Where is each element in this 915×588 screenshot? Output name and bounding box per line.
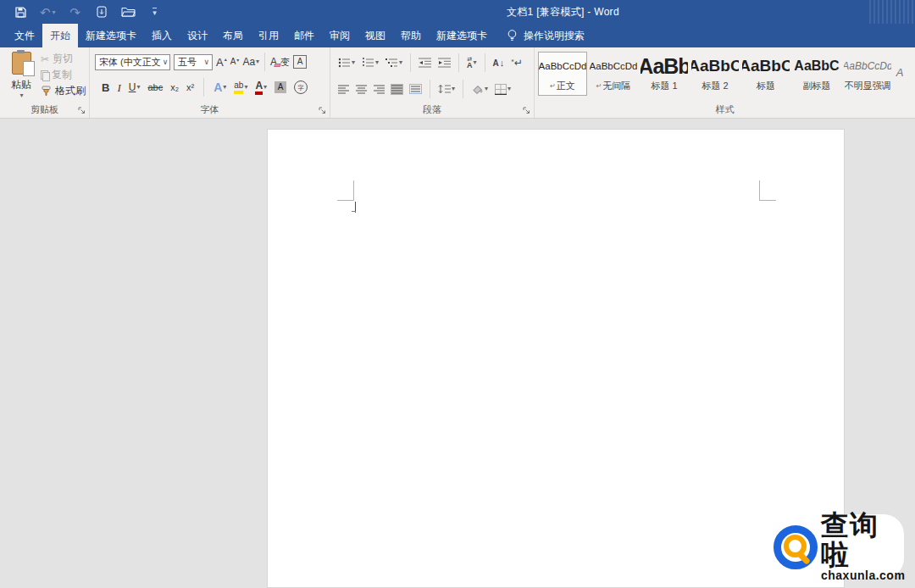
paste-button[interactable]: 粘贴 ▾ xyxy=(5,52,37,103)
font-row-2: B I U ▾ abc x₂ x² A ▾ ab ▾ xyxy=(102,78,330,97)
font-name-combo[interactable]: 宋体 (中文正文 ∨ xyxy=(95,54,170,70)
tab-new-tab-1[interactable]: 新建选项卡 xyxy=(78,24,144,47)
highlight-button[interactable]: ab ▾ xyxy=(234,81,247,94)
bold-button[interactable]: B xyxy=(102,82,109,93)
grow-font-button[interactable]: A ▴ xyxy=(216,57,227,68)
style-normal[interactable]: AaBbCcDd ↵正文 xyxy=(538,52,587,96)
style-title[interactable]: AaBbC 标题 xyxy=(741,52,790,96)
tab-mailings[interactable]: 邮件 xyxy=(286,24,322,47)
text-effects-button[interactable]: A ▾ xyxy=(214,81,226,93)
highlight-dropdown-icon: ▾ xyxy=(244,84,247,91)
multilevel-list-button[interactable]: ▾ xyxy=(385,57,403,69)
undo-button[interactable]: ↶ ▾ xyxy=(40,3,56,20)
style-partial[interactable]: A xyxy=(894,52,906,96)
distribute-button[interactable] xyxy=(408,83,423,95)
align-left-button[interactable] xyxy=(337,84,350,95)
paste-dropdown-icon[interactable]: ▾ xyxy=(19,92,23,99)
clear-formatting-button[interactable]: A xyxy=(270,57,277,67)
underline-button[interactable]: U ▾ xyxy=(129,82,141,92)
line-spacing-dropdown-icon: ▾ xyxy=(452,86,455,92)
undo-dropdown-icon[interactable]: ▾ xyxy=(53,8,56,16)
customize-quick-access-button[interactable]: ▾ xyxy=(148,3,162,20)
sort-button[interactable]: A ↓ xyxy=(492,57,506,69)
decrease-indent-button[interactable] xyxy=(418,57,432,69)
borders-button[interactable]: ▾ xyxy=(494,83,512,96)
style-heading-1[interactable]: AaBb 标题 1 xyxy=(640,52,689,96)
sort-arrow-icon: ↓ xyxy=(500,58,505,68)
asian-layout-icon: ⇄ A xyxy=(467,56,473,69)
font-size-combo[interactable]: 五号 ∨ xyxy=(174,54,213,70)
style-heading-2[interactable]: AaBbC 标题 2 xyxy=(690,52,740,96)
character-shading-button[interactable]: A xyxy=(274,81,286,93)
style-no-spacing[interactable]: AaBbCcDd ↵无间隔 xyxy=(589,52,638,96)
justify-button[interactable] xyxy=(391,84,403,95)
save-button[interactable] xyxy=(14,3,27,20)
copy-button[interactable]: 复制 xyxy=(41,69,86,81)
tab-home[interactable]: 开始 xyxy=(42,24,78,47)
subscript-button[interactable]: x₂ xyxy=(170,83,179,92)
bullets-button[interactable]: ▾ xyxy=(337,57,356,69)
style-name: 不明显强调 xyxy=(845,80,891,92)
open-button[interactable] xyxy=(121,3,136,20)
align-right-button[interactable] xyxy=(373,84,385,95)
style-subtle-emphasis[interactable]: AaBbCcDd 不明显强调 xyxy=(843,52,892,96)
tab-review[interactable]: 审阅 xyxy=(322,24,358,47)
italic-button[interactable]: I xyxy=(117,82,120,93)
numbering-button[interactable]: ▾ xyxy=(361,57,380,69)
change-case-button[interactable]: Aa ▾ xyxy=(242,57,259,67)
tab-file[interactable]: 文件 xyxy=(7,24,42,47)
tell-me-search[interactable]: 操作说明搜索 xyxy=(507,24,585,47)
line-spacing-icon xyxy=(438,84,451,94)
shading-button[interactable]: ▾ xyxy=(470,83,489,96)
style-name: 标题 xyxy=(757,80,775,92)
font-row-1: 宋体 (中文正文 ∨ 五号 ∨ A ▴ A ▾ Aa ▾ xyxy=(95,53,330,71)
cut-button[interactable]: ✂ 剪切 xyxy=(41,53,86,65)
redo-button[interactable]: ↷ xyxy=(69,3,82,20)
shrink-font-button[interactable]: A ▾ xyxy=(230,58,240,66)
italic-icon: I xyxy=(117,82,120,93)
style-preview: AaBbCcDd xyxy=(844,53,891,80)
grow-font-icon: A xyxy=(216,57,224,68)
tab-help[interactable]: 帮助 xyxy=(393,24,429,47)
tab-view[interactable]: 视图 xyxy=(358,24,393,47)
clipboard-group-label: 剪贴板 xyxy=(0,103,89,116)
font-color-dropdown-icon: ▾ xyxy=(263,84,267,91)
tab-references[interactable]: 引用 xyxy=(251,24,286,47)
separator xyxy=(203,78,204,97)
style-subtitle[interactable]: AaBbC 副标题 xyxy=(792,52,841,96)
enclose-characters-button[interactable]: 字 xyxy=(294,80,308,94)
show-marks-button[interactable]: ⁎ ↵ xyxy=(510,56,524,69)
paragraph-row-1: ▾ ▾ ▾ xyxy=(337,53,534,72)
font-color-button[interactable]: A ▾ xyxy=(255,80,267,95)
align-center-button[interactable] xyxy=(355,84,368,95)
separator xyxy=(463,80,463,98)
strikethrough-icon: abc xyxy=(147,83,163,92)
multilevel-dropdown-icon: ▾ xyxy=(399,59,402,66)
style-preview: AaBbCcDd xyxy=(539,53,586,80)
tab-insert[interactable]: 插入 xyxy=(144,24,180,47)
font-dialog-launcher[interactable] xyxy=(319,107,327,115)
paragraph-dialog-launcher[interactable] xyxy=(523,107,531,115)
style-preview: AaBbC xyxy=(691,53,739,80)
phonetic-guide-button[interactable]: 变 xyxy=(280,58,290,67)
tab-new-tab-2[interactable]: 新建选项卡 xyxy=(429,24,495,47)
character-border-button[interactable]: A xyxy=(293,55,307,69)
enclose-characters-icon: 字 xyxy=(294,80,308,94)
paste-clipboard-icon xyxy=(12,52,31,75)
subscript-icon: x₂ xyxy=(170,83,179,92)
borders-icon xyxy=(495,84,507,95)
tab-design[interactable]: 设计 xyxy=(180,24,215,47)
tab-layout[interactable]: 布局 xyxy=(215,24,251,47)
ribbon-tab-row: 文件 开始 新建选项卡 插入 设计 布局 引用 邮件 审阅 视图 帮助 新建选项… xyxy=(0,24,915,47)
clipboard-dialog-launcher[interactable] xyxy=(78,107,86,115)
format-painter-button[interactable]: 格式刷 xyxy=(41,85,86,97)
touch-mouse-mode-button[interactable] xyxy=(95,3,108,20)
styles-group-label: 样式 xyxy=(535,103,915,116)
line-spacing-button[interactable]: ▾ xyxy=(437,83,456,95)
strikethrough-button[interactable]: abc xyxy=(147,83,163,92)
increase-indent-icon xyxy=(438,58,451,68)
superscript-button[interactable]: x² xyxy=(186,83,194,92)
cut-label: 剪切 xyxy=(53,52,73,66)
increase-indent-button[interactable] xyxy=(437,57,452,69)
asian-layout-button[interactable]: ⇄ A ▾ xyxy=(466,55,478,70)
